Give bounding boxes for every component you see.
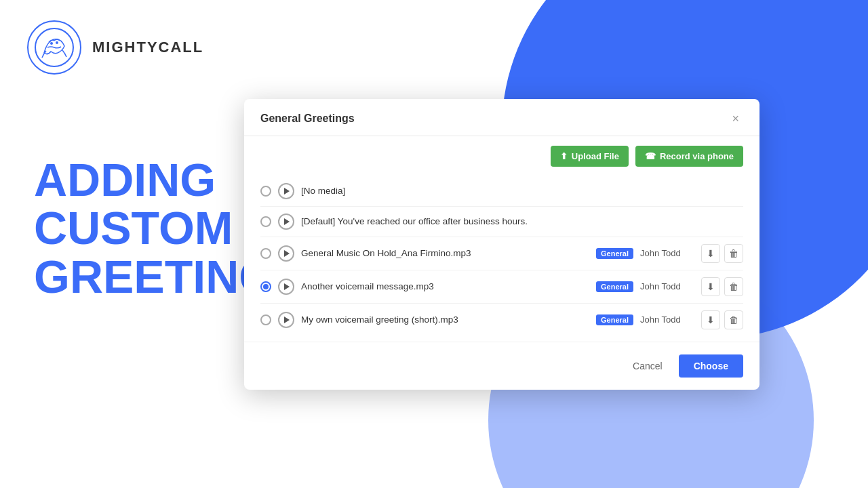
item-name-general-music: General Music On Hold_Ana Firmino.mp3 [301, 248, 589, 258]
modal-dialog: General Greetings × ⬆ Upload File ☎ Reco… [244, 99, 760, 390]
action-icons-general-music: ⬇ 🗑 [701, 244, 743, 263]
radio-no-media[interactable] [260, 186, 271, 197]
download-button-general-music[interactable]: ⬇ [701, 244, 720, 263]
trash-icon: 🗑 [729, 314, 738, 325]
modal-close-button[interactable]: × [728, 111, 743, 126]
download-icon: ⬇ [707, 281, 715, 292]
download-button-another-voicemail[interactable]: ⬇ [701, 277, 720, 296]
play-icon [284, 283, 290, 290]
item-name-no-media: [No media] [301, 186, 743, 196]
play-button-default[interactable] [278, 214, 294, 230]
trash-icon: 🗑 [729, 281, 738, 292]
author-my-voicemail: John Todd [640, 314, 694, 325]
upload-label: Upload File [572, 151, 619, 161]
media-list: [No media] [Default] You've reached our … [244, 176, 760, 336]
author-general-music: John Todd [640, 248, 694, 258]
download-icon: ⬇ [707, 248, 715, 259]
item-name-my-voicemail: My own voicemail greeting (short).mp3 [301, 314, 589, 325]
play-button-my-voicemail[interactable] [278, 312, 294, 328]
play-button-no-media[interactable] [278, 183, 294, 199]
modal-backdrop: General Greetings × ⬆ Upload File ☎ Reco… [0, 0, 868, 488]
author-another-voicemail: John Todd [640, 281, 694, 291]
list-item: [No media] [260, 176, 743, 207]
list-item: My own voicemail greeting (short).mp3 Ge… [260, 304, 743, 336]
list-item: [Default] You've reached our office afte… [260, 207, 743, 237]
action-icons-another-voicemail: ⬇ 🗑 [701, 277, 743, 296]
choose-button[interactable]: Choose [679, 354, 743, 378]
action-icons-my-voicemail: ⬇ 🗑 [701, 310, 743, 329]
play-icon [284, 250, 290, 257]
play-icon [284, 218, 290, 225]
play-icon [284, 188, 290, 195]
modal-title: General Greetings [260, 113, 355, 125]
record-label: Record via phone [660, 151, 734, 161]
delete-button-my-voicemail[interactable]: 🗑 [724, 310, 743, 329]
download-button-my-voicemail[interactable]: ⬇ [701, 310, 720, 329]
cancel-button[interactable]: Cancel [625, 354, 671, 378]
download-icon: ⬇ [707, 314, 715, 325]
play-button-another-voicemail[interactable] [278, 279, 294, 295]
modal-toolbar: ⬆ Upload File ☎ Record via phone [244, 136, 760, 176]
play-icon [284, 317, 290, 323]
badge-another-voicemail: General [596, 281, 633, 292]
trash-icon: 🗑 [729, 248, 738, 259]
radio-another-voicemail[interactable] [260, 281, 271, 292]
item-name-default: [Default] You've reached our office afte… [301, 216, 743, 226]
upload-icon: ⬆ [560, 151, 568, 161]
modal-header: General Greetings × [244, 99, 760, 136]
radio-default[interactable] [260, 216, 271, 227]
delete-button-general-music[interactable]: 🗑 [724, 244, 743, 263]
play-button-general-music[interactable] [278, 245, 294, 262]
badge-my-voicemail: General [596, 314, 633, 325]
badge-general-music: General [596, 248, 633, 259]
list-item: Another voicemail message.mp3 General Jo… [260, 270, 743, 304]
record-icon: ☎ [645, 151, 656, 161]
radio-general-music[interactable] [260, 248, 271, 259]
record-via-phone-button[interactable]: ☎ Record via phone [635, 146, 743, 167]
radio-my-voicemail[interactable] [260, 314, 271, 325]
list-item: General Music On Hold_Ana Firmino.mp3 Ge… [260, 237, 743, 270]
item-name-another-voicemail: Another voicemail message.mp3 [301, 281, 589, 291]
modal-footer: Cancel Choose [244, 342, 760, 390]
delete-button-another-voicemail[interactable]: 🗑 [724, 277, 743, 296]
upload-file-button[interactable]: ⬆ Upload File [551, 146, 629, 167]
